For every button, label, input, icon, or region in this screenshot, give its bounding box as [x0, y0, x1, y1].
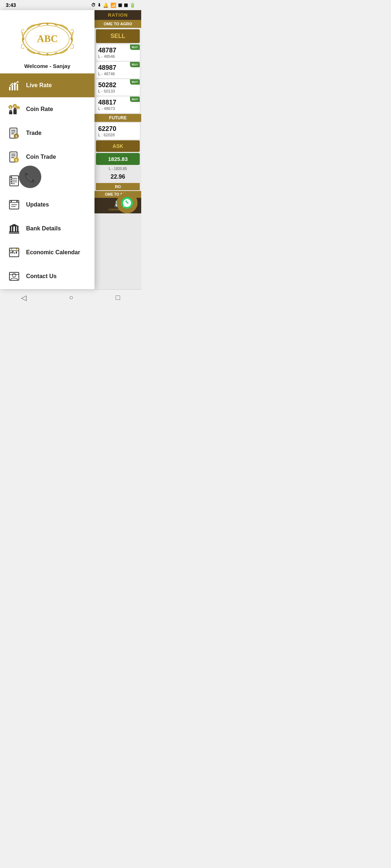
future-rate-low: L : 62028 — [98, 133, 138, 137]
svg-rect-42 — [10, 183, 12, 183]
svg-rect-39 — [10, 176, 12, 178]
economic-calendar-icon — [7, 246, 21, 259]
buy-badge-2: BUY — [130, 62, 140, 67]
svg-rect-53 — [17, 226, 18, 231]
buy-badge-3: BUY — [130, 79, 140, 85]
svg-text:ABC: ABC — [37, 33, 58, 44]
trade-label: Trade — [26, 130, 42, 136]
svg-text:$: $ — [14, 105, 16, 108]
svg-text:$: $ — [10, 106, 11, 109]
rate-low-2: L - 48746 — [98, 72, 138, 76]
svg-rect-60 — [14, 252, 15, 254]
sidebar-item-contact-us[interactable]: Contact Us — [0, 264, 94, 288]
sidebar-item-profile[interactable]: Profile — [0, 288, 94, 289]
svg-point-45 — [10, 201, 12, 202]
app-container: ABC Welcome - Sanjay — [0, 10, 141, 289]
svg-rect-51 — [12, 226, 13, 231]
menu-list: Live Rate $ $ $ — [0, 73, 94, 289]
signal2-icon: ▦ — [124, 3, 128, 8]
economic-calendar-label: Economic Calendar — [26, 249, 80, 256]
svg-text:$: $ — [15, 135, 17, 138]
float-whatsapp-button[interactable] — [117, 192, 138, 213]
coin-rate-label: Coin Rate — [26, 106, 53, 112]
right-top-text: RATION — [94, 10, 141, 20]
sidebar-item-updates[interactable]: Updates — [0, 193, 94, 217]
sidebar-item-live-rate[interactable]: Live Rate — [0, 73, 94, 97]
coin-trade-label: Coin Trade — [26, 154, 56, 160]
logo-container: ABC — [18, 17, 76, 61]
rate-card-2: 48987 L - 48746 BUY — [96, 62, 140, 78]
svg-point-2 — [46, 22, 48, 25]
ask-button[interactable]: ASK — [96, 140, 140, 152]
status-time: 3:43 — [6, 2, 16, 8]
rate-low-1: L - 48546 — [98, 54, 138, 59]
live-rate-label: Live Rate — [26, 82, 52, 89]
live-rate-icon — [7, 78, 21, 92]
sidebar-item-bank-details[interactable]: Bank Details — [0, 217, 94, 241]
right-welcome-text: OME TO AGRO — [94, 20, 141, 28]
home-button[interactable]: ○ — [62, 290, 80, 305]
download-icon: ⬇ — [97, 3, 101, 8]
battery-icon: 🔋 — [130, 3, 135, 8]
rate-card-1: 48787 L - 48546 BUY — [96, 44, 140, 61]
coin-rate-icon: $ $ $ — [7, 102, 21, 116]
svg-rect-58 — [10, 252, 12, 254]
svg-rect-55 — [9, 233, 19, 234]
bank-details-label: Bank Details — [26, 225, 61, 232]
silver-rate: 22.96 — [94, 171, 141, 182]
float-phone-button[interactable]: 📞 — [19, 166, 41, 188]
svg-point-46 — [16, 201, 18, 202]
whatsapp-icon — [121, 197, 133, 209]
sidebar: ABC Welcome - Sanjay — [0, 10, 94, 289]
sidebar-header: ABC Welcome - Sanjay — [0, 10, 94, 73]
future-rate-card: 62270 L : 62028 — [96, 123, 140, 139]
bank-details-icon — [7, 222, 21, 235]
rate-card-3: 50282 L - 50133 BUY — [96, 79, 140, 95]
sidebar-item-kyc[interactable]: KYC — [0, 169, 94, 193]
svg-point-63 — [16, 248, 17, 250]
svg-rect-10 — [17, 84, 18, 90]
svg-rect-41 — [10, 181, 12, 182]
coin-trade-icon: $ — [7, 150, 21, 164]
svg-rect-61 — [16, 251, 17, 254]
svg-marker-49 — [9, 224, 19, 226]
rate-low-3: L - 50133 — [98, 89, 138, 93]
sidebar-item-trade[interactable]: $ Trade — [0, 121, 94, 145]
signal-icon: ▦ — [118, 3, 122, 8]
svg-point-4 — [22, 38, 24, 40]
pro-label: RO — [96, 183, 140, 190]
bottom-navigation: ◁ ○ □ — [0, 289, 141, 305]
svg-rect-59 — [12, 251, 13, 254]
svg-marker-11 — [16, 81, 19, 82]
contact-us-icon — [7, 269, 21, 283]
logo-svg: ABC — [18, 19, 76, 59]
svg-rect-52 — [15, 226, 16, 231]
buy-badge-4: BUY — [130, 97, 140, 102]
svg-rect-12 — [9, 111, 12, 114]
svg-rect-13 — [9, 110, 12, 112]
sell-button[interactable]: SELL — [96, 29, 140, 43]
sidebar-item-coin-rate[interactable]: $ $ $ Coin Rate — [0, 97, 94, 121]
contact-us-label: Contact Us — [26, 273, 56, 280]
trade-icon: $ — [7, 126, 21, 140]
rate-card-4: 48817 L - 48673 BUY — [96, 97, 140, 113]
updates-label: Updates — [26, 201, 49, 208]
mute-icon: 🔔 — [103, 3, 109, 8]
back-button[interactable]: ◁ — [14, 290, 34, 305]
svg-rect-40 — [10, 179, 12, 180]
svg-rect-14 — [13, 109, 17, 114]
status-bar: 3:43 ⏱ ⬇ 🔔 📶 ▦ ▦ 🔋 — [0, 0, 141, 10]
recent-button[interactable]: □ — [108, 290, 127, 305]
updates-icon — [7, 198, 21, 212]
sidebar-item-coin-trade[interactable]: $ Coin Trade — [0, 145, 94, 169]
gold-rate: 1825.83 — [96, 153, 140, 165]
welcome-text: Welcome - Sanjay — [24, 63, 70, 69]
gold-rate-low: L - 1820.85 — [94, 166, 141, 171]
svg-point-62 — [11, 248, 12, 250]
svg-point-5 — [71, 38, 73, 40]
svg-rect-7 — [9, 87, 10, 90]
svg-rect-50 — [10, 226, 11, 231]
sidebar-item-economic-calendar[interactable]: Economic Calendar — [0, 241, 94, 264]
clock-icon: ⏱ — [91, 3, 96, 8]
svg-rect-8 — [12, 85, 13, 90]
